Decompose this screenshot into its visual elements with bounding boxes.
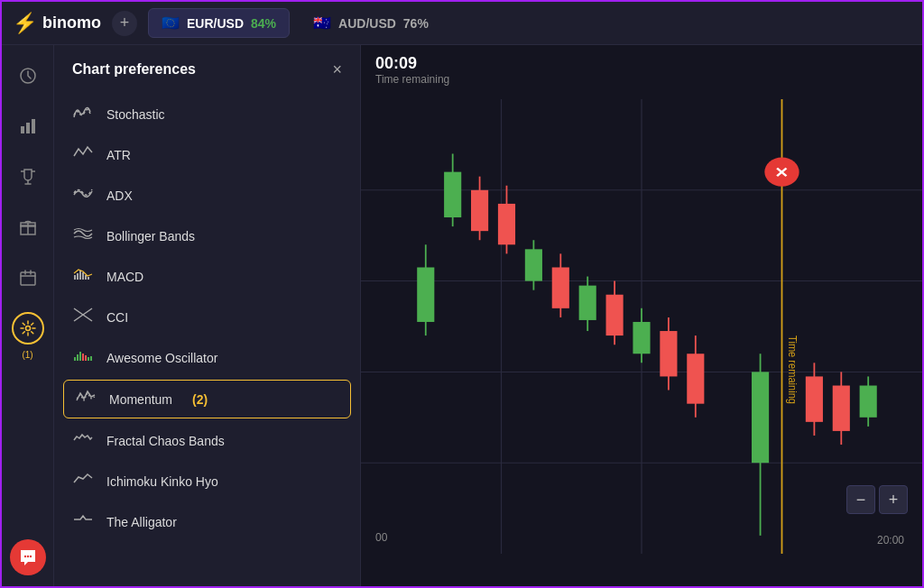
zoom-out-button[interactable]: − <box>846 485 875 514</box>
momentum-icon <box>75 390 97 409</box>
axis-label-right: 20:00 <box>877 534 904 547</box>
ichimoku-label: Ichimoku Kinko Hyo <box>106 474 218 489</box>
indicator-fractal[interactable]: Fractal Chaos Bands <box>54 420 360 461</box>
stochastic-label: Stochastic <box>106 107 165 122</box>
sidebar-icon-clock[interactable] <box>12 60 44 92</box>
svg-rect-54 <box>660 331 677 376</box>
svg-rect-48 <box>579 286 596 320</box>
panel-close-button[interactable]: × <box>332 61 342 78</box>
svg-point-8 <box>23 556 25 557</box>
main-layout: (1) Chart preferences × <box>2 45 922 588</box>
sidebar-settings-label: (1) <box>22 350 32 360</box>
svg-rect-19 <box>74 357 76 361</box>
momentum-label: Momentum <box>109 392 172 407</box>
pair-tab-audusd[interactable]: 🇦🇺 AUD/USD 76% <box>300 9 441 37</box>
ichimoku-icon <box>72 472 94 491</box>
zoom-controls: − + <box>846 485 908 514</box>
svg-rect-6 <box>21 272 35 285</box>
svg-rect-3 <box>32 119 35 133</box>
svg-rect-46 <box>552 267 569 308</box>
svg-rect-2 <box>26 123 30 133</box>
svg-text:Time remaining: Time remaining <box>785 335 799 404</box>
atr-icon <box>72 145 94 164</box>
svg-text:✕: ✕ <box>774 164 789 180</box>
indicator-atr[interactable]: ATR <box>54 134 360 175</box>
cci-label: CCI <box>106 310 128 325</box>
svg-rect-22 <box>82 354 84 361</box>
sidebar: (1) <box>2 45 54 588</box>
atr-label: ATR <box>106 148 131 162</box>
topbar: ⚡ binomo + 🇪🇺 EUR/USD 84% 🇦🇺 AUD/USD 76% <box>2 2 922 45</box>
svg-rect-62 <box>806 376 823 421</box>
cci-icon <box>72 308 94 326</box>
svg-rect-56 <box>687 354 704 403</box>
svg-rect-58 <box>752 372 769 463</box>
awesome-label: Awesome Oscillator <box>106 351 217 365</box>
momentum-badge: (2) <box>192 392 208 407</box>
audusd-flag: 🇦🇺 <box>313 14 331 32</box>
svg-rect-21 <box>79 352 81 361</box>
svg-point-7 <box>25 326 30 331</box>
indicator-adx[interactable]: ADX <box>54 175 360 216</box>
fractal-label: Fractal Chaos Bands <box>106 434 225 448</box>
eurusd-pct: 84% <box>251 16 276 31</box>
sidebar-icon-gift[interactable] <box>12 211 44 243</box>
chart-area: 00:09 Time remaining Time remaining <box>361 45 922 588</box>
chart-preferences-panel: Chart preferences × Stochastic <box>54 45 361 588</box>
indicator-stochastic[interactable]: Stochastic <box>54 94 360 134</box>
svg-rect-1 <box>21 126 24 133</box>
svg-rect-15 <box>85 275 87 280</box>
sidebar-icon-chart[interactable] <box>12 110 44 142</box>
indicator-cci[interactable]: CCI <box>54 297 360 337</box>
chart-time: 00:09 <box>375 54 908 73</box>
add-tab-button[interactable]: + <box>112 11 137 36</box>
indicator-macd[interactable]: MACD <box>54 256 360 297</box>
svg-rect-20 <box>77 354 79 361</box>
svg-rect-38 <box>444 172 461 217</box>
svg-point-10 <box>29 556 31 557</box>
indicator-awesome[interactable]: Awesome Oscillator <box>54 337 360 378</box>
svg-rect-40 <box>471 190 488 231</box>
panel-header: Chart preferences × <box>54 45 360 90</box>
svg-rect-24 <box>88 357 89 361</box>
svg-rect-12 <box>77 273 79 280</box>
bollinger-icon <box>72 226 94 245</box>
svg-rect-11 <box>74 275 76 280</box>
audusd-name: AUD/USD <box>338 16 396 31</box>
sidebar-icon-trophy[interactable] <box>12 161 44 193</box>
pair-tab-eurusd[interactable]: 🇪🇺 EUR/USD 84% <box>148 8 290 38</box>
alligator-icon <box>72 512 94 531</box>
macd-label: MACD <box>106 270 143 284</box>
svg-rect-64 <box>833 386 850 431</box>
svg-rect-25 <box>90 356 92 361</box>
alligator-label: The Alligator <box>106 515 177 529</box>
svg-point-9 <box>26 556 28 557</box>
indicator-momentum[interactable]: Momentum (2) <box>63 380 351 418</box>
zoom-in-button[interactable]: + <box>879 485 908 514</box>
logo-icon: ⚡ <box>13 12 37 35</box>
sidebar-icon-calendar[interactable] <box>12 262 44 294</box>
bollinger-label: Bollinger Bands <box>106 229 195 243</box>
logo: ⚡ binomo <box>13 12 101 35</box>
panel-title: Chart preferences <box>72 61 196 78</box>
svg-rect-66 <box>860 386 877 418</box>
sidebar-icon-settings[interactable] <box>12 312 44 345</box>
indicator-list: Stochastic ATR ADX <box>54 90 360 588</box>
indicator-ichimoku[interactable]: Ichimoku Kinko Hyo <box>54 461 360 501</box>
indicator-bollinger[interactable]: Bollinger Bands <box>54 216 360 256</box>
svg-rect-52 <box>633 322 650 354</box>
awesome-icon <box>72 348 94 367</box>
chart-svg: Time remaining <box>361 99 922 554</box>
svg-rect-42 <box>498 204 515 244</box>
chart-sublabel: Time remaining <box>375 73 908 86</box>
chart-axis: 00 20:00 <box>361 521 922 554</box>
adx-label: ADX <box>106 188 133 203</box>
eurusd-flag: 🇪🇺 <box>162 14 180 32</box>
axis-label-left: 00 <box>375 531 387 544</box>
chat-button[interactable] <box>10 539 46 575</box>
svg-rect-36 <box>417 267 434 321</box>
svg-rect-13 <box>79 271 81 280</box>
svg-rect-16 <box>88 277 89 280</box>
indicator-alligator[interactable]: The Alligator <box>54 501 360 542</box>
svg-rect-44 <box>525 249 542 280</box>
